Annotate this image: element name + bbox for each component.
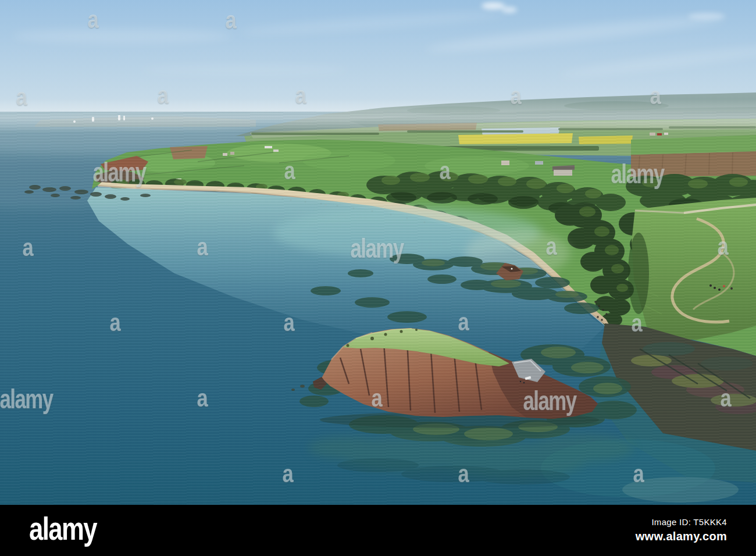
alamy-footer-bar: alamy Image ID: T5KKK4 www.alamy.com (0, 505, 756, 556)
stock-photo (0, 0, 756, 505)
alamy-logo: alamy (29, 512, 97, 545)
alamy-website-url: www.alamy.com (636, 529, 727, 544)
clifftop-plateau (628, 198, 756, 340)
horizon-haze (0, 99, 756, 133)
image-id-label: Image ID: T5KKK4 (636, 517, 727, 528)
alamy-stock-photo-preview: aaaaaaaaaaaaaaaaaaaaaaaalamyalamyalamyal… (0, 0, 756, 556)
footer-info: Image ID: T5KKK4 www.alamy.com (636, 517, 727, 544)
